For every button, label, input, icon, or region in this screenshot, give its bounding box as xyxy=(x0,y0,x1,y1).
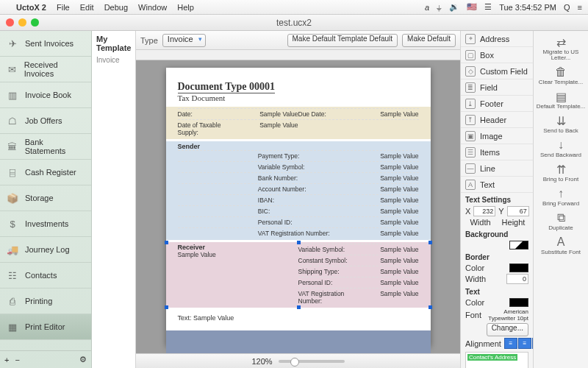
sidebar-item-invoice-book[interactable]: ▥Invoice Book xyxy=(0,82,91,108)
items-section[interactable]: Items xyxy=(166,330,431,353)
action-clear-template-[interactable]: 🗑Clear Template... xyxy=(534,64,588,87)
window-titlebar: test.ucx2 xyxy=(0,15,588,31)
palette-text[interactable]: AText xyxy=(461,177,533,193)
editor-canvas[interactable]: Document Type 00001 Tax Document Date:Sa… xyxy=(136,60,460,353)
sidebar-item-investments[interactable]: $Investments xyxy=(0,211,91,237)
make-default-button[interactable]: Make Default xyxy=(402,34,456,47)
x-input[interactable] xyxy=(473,206,495,216)
border-width-input[interactable] xyxy=(506,274,528,284)
height-label: Height xyxy=(498,218,528,227)
receiver-block-selected[interactable]: Receiver Sample Value Variable Symbol:Sa… xyxy=(166,242,431,308)
change-font-button[interactable]: Change... xyxy=(487,323,528,336)
y-input[interactable] xyxy=(507,206,529,216)
sidebar-item-cash-register[interactable]: ⌸Cash Register xyxy=(0,160,91,185)
text-input-icon[interactable]: ☰ xyxy=(484,2,492,12)
action-label: Bring to Front xyxy=(543,177,578,183)
make-default-template-default-button[interactable]: Make Default Template Default xyxy=(287,34,398,47)
storage-icon: 📦 xyxy=(6,193,19,204)
palette-header[interactable]: ⤒Header xyxy=(461,112,533,128)
align-center-button[interactable]: ≡ xyxy=(518,338,531,349)
close-window-button[interactable] xyxy=(6,18,14,26)
cash-register-icon: ⌸ xyxy=(6,167,19,178)
action-send-backward[interactable]: ↓Send Backward xyxy=(534,137,588,160)
app-menu[interactable]: UctoX 2 xyxy=(16,3,46,12)
action-default-template-[interactable]: ▤Default Template... xyxy=(534,88,588,111)
palette-item-label: Field xyxy=(480,83,498,92)
sidebar-item-printing[interactable]: ⎙Printing xyxy=(0,289,91,314)
action-duplicate[interactable]: ⧉Duplicate xyxy=(534,210,588,233)
palette-box[interactable]: ▢Box xyxy=(461,47,533,63)
palette-item-label: Custom Field xyxy=(480,67,528,76)
text-field[interactable]: Text: Sample Value xyxy=(178,310,419,326)
template-name[interactable]: My Template xyxy=(92,31,135,56)
sidebar-item-bank-statements[interactable]: 🏛Bank Statements xyxy=(0,134,91,160)
sidebar-item-storage[interactable]: 📦Storage xyxy=(0,185,91,211)
sidebar-item-sent-invoices[interactable]: ✈Sent Invoices xyxy=(0,31,91,57)
field-value: Sample Value xyxy=(338,230,418,237)
palette-address[interactable]: ⌖Address xyxy=(461,31,533,47)
volume-icon[interactable]: 🔉 xyxy=(449,2,459,12)
palette-item-label: Box xyxy=(480,51,494,60)
sidebar-item-label: Contacts xyxy=(25,271,57,280)
background-color-swatch[interactable] xyxy=(509,241,528,250)
navigation-sidebar: ✈Sent Invoices✉Received Invoices▥Invoice… xyxy=(0,31,92,368)
flag-icon[interactable]: 🇺🇸 xyxy=(467,2,477,12)
menu-edit[interactable]: Edit xyxy=(80,3,94,12)
text-icon: A xyxy=(465,180,476,190)
wifi-icon[interactable]: ⏚ xyxy=(437,3,442,12)
border-color-swatch[interactable] xyxy=(509,263,528,272)
notifications-icon[interactable]: ≡ xyxy=(578,3,582,12)
menu-window[interactable]: Window xyxy=(138,3,167,12)
menu-file[interactable]: File xyxy=(57,3,70,12)
field-label: BIC: xyxy=(258,208,338,215)
sender-heading[interactable]: Sender xyxy=(178,143,419,150)
sidebar-item-received-invoices[interactable]: ✉Received Invoices xyxy=(0,57,91,82)
zoom-window-button[interactable] xyxy=(31,18,39,26)
sidebar-item-contacts[interactable]: ☷Contacts xyxy=(0,263,91,289)
sidebar-item-journey-log[interactable]: 🚚Journey Log xyxy=(0,237,91,263)
status-bar: 120% xyxy=(136,353,460,368)
field-label: VAT Registration Number: xyxy=(258,230,338,237)
sidebar-item-print-editor[interactable]: ▦Print Editor xyxy=(0,314,91,340)
field-label: Bank Number: xyxy=(258,174,338,182)
palette-footer[interactable]: ⤓Footer xyxy=(461,96,533,112)
document-subtitle[interactable]: Tax Document xyxy=(178,93,419,102)
sidebar-item-job-offers[interactable]: ☖Job Offers xyxy=(0,108,91,134)
placeholder-slot[interactable]: Contact's Address xyxy=(465,352,528,368)
document-page: Document Type 00001 Tax Document Date:Sa… xyxy=(166,68,431,346)
action-send-to-back[interactable]: ⇊Send to Back xyxy=(534,113,588,135)
action-label: Send to Back xyxy=(543,128,578,134)
action-bring-forward[interactable]: ↑Bring Forward xyxy=(534,185,588,208)
menu-debug[interactable]: Debug xyxy=(104,3,128,12)
add-button[interactable]: + xyxy=(4,355,9,364)
font-icon[interactable]: a xyxy=(425,3,429,12)
palette-field[interactable]: ≣Field xyxy=(461,79,533,96)
action-substitute-font[interactable]: ASubstitute Font xyxy=(534,234,588,257)
palette-image[interactable]: ▣Image xyxy=(461,128,533,144)
palette-line[interactable]: ―Line xyxy=(461,160,533,177)
zoom-slider[interactable] xyxy=(279,360,345,363)
clock[interactable]: Tue 3:54:52 PM xyxy=(499,3,556,12)
line-icon: ― xyxy=(465,163,476,174)
action-bring-to-front[interactable]: ⇈Bring to Front xyxy=(534,161,588,184)
action-icon: ↑ xyxy=(558,187,564,200)
document-title[interactable]: Document Type 00001 xyxy=(178,81,275,93)
sidebar-item-label: Job Offers xyxy=(25,116,62,125)
action-migrate-to-us-letter-[interactable]: ⇄Migrate to US Letter... xyxy=(534,34,588,63)
job-offers-icon: ☖ xyxy=(6,116,19,127)
type-select[interactable]: Invoice xyxy=(162,34,206,47)
window-filename: test.ucx2 xyxy=(276,18,312,28)
field-value: Sample Value xyxy=(359,246,419,253)
minimize-window-button[interactable] xyxy=(18,18,26,26)
text-color-swatch[interactable] xyxy=(509,298,528,307)
remove-button[interactable]: − xyxy=(15,355,19,364)
palette-custom-field[interactable]: ◇Custom Field xyxy=(461,63,533,79)
field-label: Variable Symbol: xyxy=(298,246,359,253)
align-left-button[interactable]: ≡ xyxy=(504,338,517,349)
horizontal-ruler xyxy=(136,50,460,60)
field-label: IBAN: xyxy=(258,197,338,204)
palette-items[interactable]: ☰Items xyxy=(461,144,533,160)
settings-button[interactable]: ⚙ xyxy=(79,355,87,364)
spotlight-icon[interactable]: Q xyxy=(564,3,570,12)
menu-help[interactable]: Help xyxy=(177,3,194,12)
